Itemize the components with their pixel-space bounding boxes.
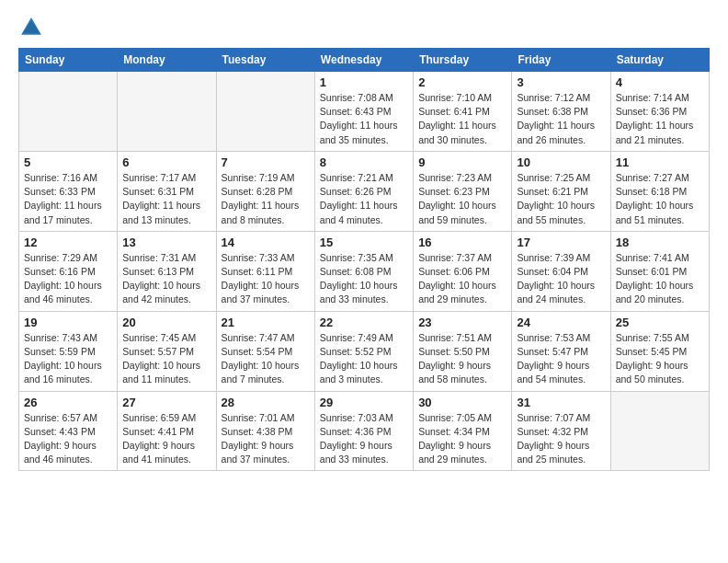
calendar-cell: 8Sunrise: 7:21 AMSunset: 6:26 PMDaylight…	[314, 151, 413, 231]
day-info: Sunrise: 7:03 AMSunset: 4:36 PMDaylight:…	[320, 411, 408, 467]
col-header-tuesday: Tuesday	[216, 49, 314, 72]
day-number: 23	[418, 316, 506, 329]
day-info: Sunrise: 7:49 AMSunset: 5:52 PMDaylight:…	[320, 331, 408, 387]
day-number: 11	[616, 155, 704, 169]
calendar-cell: 26Sunrise: 6:57 AMSunset: 4:43 PMDayligh…	[19, 391, 118, 471]
calendar-cell: 18Sunrise: 7:41 AMSunset: 6:01 PMDayligh…	[610, 231, 709, 311]
day-info: Sunrise: 7:39 AMSunset: 6:04 PMDaylight:…	[517, 251, 605, 307]
day-info: Sunrise: 7:23 AMSunset: 6:23 PMDaylight:…	[418, 171, 506, 227]
day-number: 30	[418, 396, 506, 409]
calendar-cell: 1Sunrise: 7:08 AMSunset: 6:43 PMDaylight…	[314, 72, 413, 152]
day-number: 1	[320, 75, 408, 89]
calendar-cell: 6Sunrise: 7:17 AMSunset: 6:31 PMDaylight…	[118, 151, 216, 231]
calendar-cell: 2Sunrise: 7:10 AMSunset: 6:41 PMDaylight…	[414, 72, 512, 152]
day-info: Sunrise: 7:25 AMSunset: 6:21 PMDaylight:…	[517, 171, 605, 227]
day-number: 20	[122, 316, 210, 329]
calendar-cell: 23Sunrise: 7:51 AMSunset: 5:50 PMDayligh…	[414, 311, 512, 391]
col-header-sunday: Sunday	[19, 49, 118, 72]
day-info: Sunrise: 7:19 AMSunset: 6:28 PMDaylight:…	[222, 171, 310, 227]
day-number: 24	[517, 316, 605, 329]
calendar-cell: 17Sunrise: 7:39 AMSunset: 6:04 PMDayligh…	[512, 231, 610, 311]
day-number: 12	[24, 236, 112, 249]
day-info: Sunrise: 7:07 AMSunset: 4:32 PMDaylight:…	[517, 411, 605, 467]
calendar-cell: 20Sunrise: 7:45 AMSunset: 5:57 PMDayligh…	[118, 311, 216, 391]
day-info: Sunrise: 7:33 AMSunset: 6:11 PMDaylight:…	[222, 251, 310, 307]
calendar-cell: 4Sunrise: 7:14 AMSunset: 6:36 PMDaylight…	[610, 72, 709, 152]
day-number: 2	[418, 75, 506, 89]
header	[18, 15, 710, 40]
day-number: 18	[616, 236, 704, 249]
day-info: Sunrise: 6:59 AMSunset: 4:41 PMDaylight:…	[122, 411, 210, 467]
day-number: 15	[320, 236, 408, 249]
day-number: 13	[122, 236, 210, 249]
calendar-cell	[19, 72, 118, 152]
day-number: 8	[320, 155, 408, 169]
day-number: 9	[418, 155, 506, 169]
day-number: 19	[24, 316, 112, 329]
week-row-1: 5Sunrise: 7:16 AMSunset: 6:33 PMDaylight…	[19, 151, 710, 231]
day-info: Sunrise: 7:14 AMSunset: 6:36 PMDaylight:…	[616, 91, 704, 147]
logo	[18, 15, 48, 40]
day-number: 6	[122, 155, 210, 169]
day-number: 17	[517, 236, 605, 249]
day-number: 29	[320, 396, 408, 409]
calendar-cell: 10Sunrise: 7:25 AMSunset: 6:21 PMDayligh…	[512, 151, 610, 231]
col-header-monday: Monday	[118, 49, 216, 72]
day-number: 16	[418, 236, 506, 249]
page: SundayMondayTuesdayWednesdayThursdayFrid…	[0, 0, 728, 489]
calendar-cell: 25Sunrise: 7:55 AMSunset: 5:45 PMDayligh…	[610, 311, 709, 391]
week-row-3: 19Sunrise: 7:43 AMSunset: 5:59 PMDayligh…	[19, 311, 710, 391]
day-number: 31	[517, 396, 605, 409]
day-info: Sunrise: 7:05 AMSunset: 4:34 PMDaylight:…	[418, 411, 506, 467]
day-number: 28	[222, 396, 310, 409]
calendar-cell: 3Sunrise: 7:12 AMSunset: 6:38 PMDaylight…	[512, 72, 610, 152]
calendar-cell: 22Sunrise: 7:49 AMSunset: 5:52 PMDayligh…	[314, 311, 413, 391]
svg-marker-1	[23, 20, 40, 33]
day-info: Sunrise: 7:29 AMSunset: 6:16 PMDaylight:…	[24, 251, 112, 307]
day-info: Sunrise: 7:41 AMSunset: 6:01 PMDaylight:…	[616, 251, 704, 307]
day-number: 7	[222, 155, 310, 169]
calendar-header-row: SundayMondayTuesdayWednesdayThursdayFrid…	[19, 49, 710, 72]
day-info: Sunrise: 7:47 AMSunset: 5:54 PMDaylight:…	[222, 331, 310, 387]
calendar-cell: 16Sunrise: 7:37 AMSunset: 6:06 PMDayligh…	[414, 231, 512, 311]
calendar-cell: 29Sunrise: 7:03 AMSunset: 4:36 PMDayligh…	[314, 391, 413, 471]
day-number: 3	[517, 75, 605, 89]
day-number: 14	[222, 236, 310, 249]
day-info: Sunrise: 7:16 AMSunset: 6:33 PMDaylight:…	[24, 171, 112, 227]
day-info: Sunrise: 7:12 AMSunset: 6:38 PMDaylight:…	[517, 91, 605, 147]
week-row-2: 12Sunrise: 7:29 AMSunset: 6:16 PMDayligh…	[19, 231, 710, 311]
calendar-cell: 13Sunrise: 7:31 AMSunset: 6:13 PMDayligh…	[118, 231, 216, 311]
calendar-cell: 14Sunrise: 7:33 AMSunset: 6:11 PMDayligh…	[216, 231, 314, 311]
calendar-cell: 30Sunrise: 7:05 AMSunset: 4:34 PMDayligh…	[414, 391, 512, 471]
day-number: 10	[517, 155, 605, 169]
col-header-friday: Friday	[512, 49, 610, 72]
calendar-cell: 24Sunrise: 7:53 AMSunset: 5:47 PMDayligh…	[512, 311, 610, 391]
calendar-cell: 12Sunrise: 7:29 AMSunset: 6:16 PMDayligh…	[19, 231, 118, 311]
logo-icon	[18, 15, 44, 40]
day-info: Sunrise: 7:01 AMSunset: 4:38 PMDaylight:…	[222, 411, 310, 467]
calendar-cell: 31Sunrise: 7:07 AMSunset: 4:32 PMDayligh…	[512, 391, 610, 471]
calendar-cell: 19Sunrise: 7:43 AMSunset: 5:59 PMDayligh…	[19, 311, 118, 391]
calendar-cell: 27Sunrise: 6:59 AMSunset: 4:41 PMDayligh…	[118, 391, 216, 471]
day-info: Sunrise: 7:27 AMSunset: 6:18 PMDaylight:…	[616, 171, 704, 227]
col-header-thursday: Thursday	[414, 49, 512, 72]
day-info: Sunrise: 7:55 AMSunset: 5:45 PMDaylight:…	[616, 331, 704, 387]
calendar-cell	[216, 72, 314, 152]
calendar-cell: 11Sunrise: 7:27 AMSunset: 6:18 PMDayligh…	[610, 151, 709, 231]
calendar-cell: 5Sunrise: 7:16 AMSunset: 6:33 PMDaylight…	[19, 151, 118, 231]
day-info: Sunrise: 7:51 AMSunset: 5:50 PMDaylight:…	[418, 331, 506, 387]
day-number: 26	[24, 396, 112, 409]
day-info: Sunrise: 7:53 AMSunset: 5:47 PMDaylight:…	[517, 331, 605, 387]
col-header-saturday: Saturday	[610, 49, 709, 72]
day-number: 22	[320, 316, 408, 329]
calendar-cell	[610, 391, 709, 471]
week-row-4: 26Sunrise: 6:57 AMSunset: 4:43 PMDayligh…	[19, 391, 710, 471]
day-info: Sunrise: 7:08 AMSunset: 6:43 PMDaylight:…	[320, 91, 408, 147]
day-number: 4	[616, 75, 704, 89]
day-number: 5	[24, 155, 112, 169]
day-info: Sunrise: 7:35 AMSunset: 6:08 PMDaylight:…	[320, 251, 408, 307]
day-number: 27	[122, 396, 210, 409]
calendar-cell	[118, 72, 216, 152]
day-info: Sunrise: 7:37 AMSunset: 6:06 PMDaylight:…	[418, 251, 506, 307]
day-info: Sunrise: 7:17 AMSunset: 6:31 PMDaylight:…	[122, 171, 210, 227]
